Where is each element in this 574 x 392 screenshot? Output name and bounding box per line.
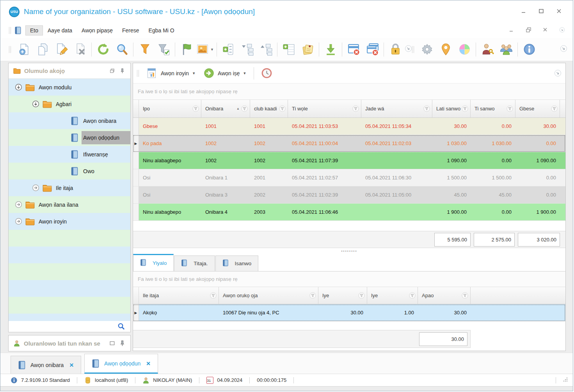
filter-funnel-icon[interactable]	[358, 292, 365, 299]
table-cell[interactable]: Ninu alabagbepo	[139, 152, 201, 169]
tree-node-aw-n-onibara[interactable]: Awọn onibara	[9, 112, 130, 129]
table-cell[interactable]: Ninu alabagbepo	[139, 204, 201, 220]
table-cell[interactable]: 1001	[201, 118, 250, 135]
minimize-icon[interactable]	[521, 8, 527, 16]
filter-funnel-icon[interactable]	[352, 105, 359, 112]
toolbar-overflow-icon[interactable]	[405, 45, 412, 54]
add-row-button[interactable]	[279, 40, 298, 59]
menu-item-eto[interactable]: Eto	[25, 25, 43, 35]
expander-expanded-icon[interactable]	[15, 83, 22, 91]
table-cell[interactable]: 05.04.2021 11:02:57	[288, 169, 361, 186]
menu-item-aaye-data[interactable]: Aaye data	[43, 25, 77, 35]
table-cell[interactable]: Onibara 4	[201, 204, 250, 220]
column-header-lati-sanwo-5[interactable]: Lati sanwo	[432, 100, 471, 117]
table-cell[interactable]: 05.04.2021 11:06:30	[361, 169, 432, 186]
close-all-windows-button[interactable]	[363, 40, 382, 59]
search-icon[interactable]	[117, 323, 125, 332]
timer-button[interactable]	[257, 65, 276, 81]
export-download-button[interactable]	[321, 40, 340, 59]
panel-restore-icon[interactable]	[109, 67, 116, 74]
lock-button[interactable]	[386, 40, 405, 59]
tree-node-owo[interactable]: Owo	[9, 163, 130, 179]
table-cell[interactable]: 1 900.00	[432, 204, 471, 220]
table-cell[interactable]: 1 500.00	[432, 169, 471, 186]
table-cell[interactable]: 2003	[250, 204, 288, 220]
table-cell[interactable]: 0.00	[471, 152, 515, 169]
column-header-aw-n-oruk-ja-1[interactable]: Awọn orukọ ọja	[219, 287, 318, 304]
table-cell[interactable]: 30.00	[515, 118, 560, 135]
table-cell[interactable]: 1.00	[367, 304, 418, 321]
expander-collapsed-icon[interactable]	[15, 201, 22, 208]
detail-tab-titaja[interactable]: Titaja.	[174, 255, 215, 271]
table-cell[interactable]: 1 030.00	[471, 135, 515, 152]
filter-funnel-icon[interactable]	[241, 105, 248, 112]
close-tab-icon[interactable]: ✕	[146, 360, 151, 367]
assistant-restore-icon[interactable]	[109, 340, 116, 347]
table-row-1[interactable]: ▶Ko pada1002100205.04.2021 11:00:0405.04…	[133, 135, 565, 152]
table-row-0[interactable]: Gbese1001100105.04.2021 11:03:5305.04.20…	[133, 118, 565, 135]
table-cell[interactable]: 2001	[250, 169, 288, 186]
column-header-ile-itaja-0[interactable]: Ile itaja	[139, 287, 219, 304]
toolbar-overflow-icon[interactable]	[560, 45, 567, 54]
table-cell[interactable]: 1001	[250, 118, 288, 135]
table-cell[interactable]: 1002	[201, 135, 250, 152]
filter-funnel-icon[interactable]	[551, 105, 558, 112]
column-header-ti-sanwo-6[interactable]: Ti sanwo	[471, 100, 515, 117]
table-row-2[interactable]: Ninu alabagbepo1002100205.04.2021 11:07:…	[133, 152, 565, 169]
user-group-button[interactable]	[497, 40, 515, 59]
table-cell[interactable]	[361, 204, 432, 220]
refresh-button[interactable]	[94, 40, 112, 59]
column-header-iye-2[interactable]: Iye	[318, 287, 367, 304]
actions-dropdown-button[interactable]: Awọn iṣẹ ▼	[199, 65, 250, 81]
tree-node-aw-n-iroyin[interactable]: Awọn iroyin	[9, 213, 130, 230]
tree-node-ile-itaja[interactable]: Ile itaja	[9, 179, 130, 196]
table-cell[interactable]: 0.00	[515, 135, 560, 152]
table-cell[interactable]: 05.04.2021 11:07:39	[288, 152, 361, 169]
table-row-5[interactable]: Ninu alabagbepoOnibara 4200305.04.2021 1…	[133, 204, 565, 221]
expander-collapsed-icon[interactable]	[15, 218, 22, 225]
table-cell[interactable]	[361, 152, 432, 169]
tree-node-agbari[interactable]: Agbari	[9, 96, 130, 112]
table-cell[interactable]: 2002	[250, 186, 288, 203]
table-row-0[interactable]: ▶Akọkọ10067 Diẹ ninu ọja 4, PC30.001.003…	[133, 304, 565, 321]
filter-funnel-icon[interactable]	[279, 105, 286, 112]
column-header-iye-3[interactable]: Iye	[367, 287, 418, 304]
expander-expanded-icon[interactable]	[32, 100, 39, 108]
horizontal-splitter[interactable]: ••••••••	[133, 248, 565, 254]
detail-tab-yiyalo[interactable]: Yiyalo	[133, 254, 174, 271]
column-header-club-kaadi-2[interactable]: club kaadi	[250, 100, 288, 117]
flag-button[interactable]	[177, 40, 196, 59]
close-window-button[interactable]	[344, 40, 363, 59]
column-header-onibara-1[interactable]: Onibara▲	[201, 100, 250, 117]
table-cell[interactable]: 1 090.00	[432, 152, 471, 169]
filter-funnel-icon[interactable]	[309, 292, 316, 299]
column-header-gbese-7[interactable]: Gbese	[515, 100, 560, 117]
settings-gear-button[interactable]	[418, 40, 436, 59]
column-header-apao-4[interactable]: Apao	[418, 287, 471, 304]
menu-item-ferese[interactable]: Ferese	[117, 25, 144, 35]
filter-funnel-icon[interactable]	[192, 105, 199, 112]
resize-grip-icon[interactable]	[563, 377, 568, 383]
table-cell[interactable]: Akọkọ	[139, 304, 219, 321]
record-toolbar-grip[interactable]	[137, 70, 139, 77]
tree-node-aw-n-modulu[interactable]: Awọn modulu	[9, 79, 130, 96]
table-cell[interactable]: 05.04.2021 11:00:04	[288, 135, 361, 152]
delete-document-button[interactable]	[71, 40, 89, 59]
table-cell[interactable]: Onibara 1	[201, 169, 250, 186]
table-cell[interactable]: 0.00	[471, 204, 515, 220]
table-cell[interactable]: 05.04.2021 11:06:46	[288, 204, 361, 220]
table-cell[interactable]: 05.04.2021 11:03:53	[288, 118, 361, 135]
filter-funnel-icon[interactable]	[423, 105, 430, 112]
notes-button[interactable]	[298, 40, 317, 59]
table-cell[interactable]: Osi	[139, 186, 201, 203]
filter-funnel-icon[interactable]	[506, 105, 513, 112]
picture-button[interactable]: ▼	[196, 40, 215, 59]
toolbar-grip-2[interactable]	[412, 46, 414, 53]
filter-funnel-icon[interactable]	[210, 292, 217, 299]
table-cell[interactable]: 30.00	[432, 118, 471, 135]
menu-item-egba-mi-o[interactable]: Egba Mi O	[144, 25, 179, 35]
table-cell[interactable]: 0.00	[471, 118, 515, 135]
document-tab-aw-n-d-dun[interactable]: Awọn ọdọọdun✕	[84, 354, 158, 374]
maximize-icon[interactable]	[538, 8, 544, 16]
mdi-close-icon[interactable]	[542, 27, 548, 34]
